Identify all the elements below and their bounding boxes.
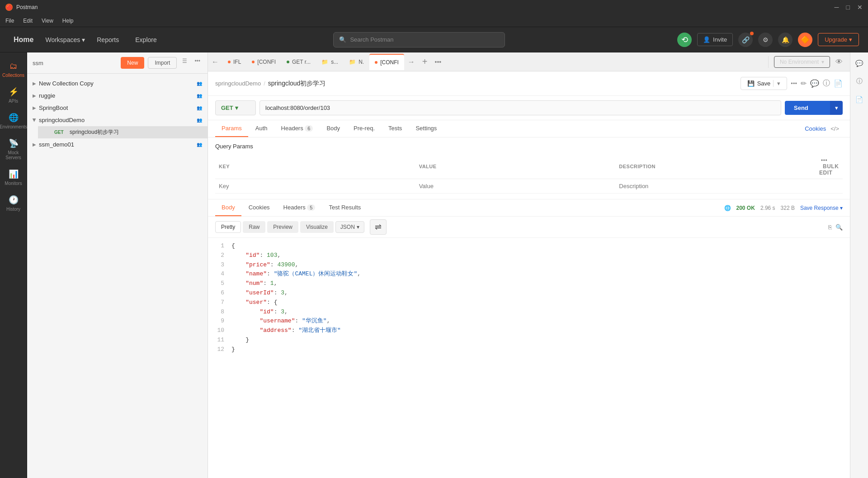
tab-more-btn[interactable]: ••• <box>431 58 445 66</box>
comment-icon[interactable]: 💬 <box>810 79 819 88</box>
save-dropdown-arrow[interactable]: ▾ <box>773 80 780 87</box>
tab-dot <box>287 61 289 63</box>
req-tab-headers[interactable]: Headers 6 <box>275 120 320 137</box>
send-dropdown-button[interactable]: ▾ <box>830 101 843 115</box>
menu-help[interactable]: Help <box>62 18 74 24</box>
edit-icon[interactable]: ✏ <box>801 79 807 88</box>
rs-docs-icon[interactable]: 📄 <box>852 92 867 107</box>
collection-name: springcloudDemo <box>39 117 193 123</box>
wrap-button[interactable]: ⇌ <box>370 219 387 235</box>
tab-folder-n[interactable]: 📁 N. <box>344 54 369 70</box>
tab-confi-active[interactable]: [CONFI <box>369 54 404 70</box>
send-button[interactable]: Send <box>785 101 830 115</box>
response-tab-cookies[interactable]: Cookies <box>242 199 276 216</box>
sync-icon-btn[interactable]: ⟲ <box>677 33 692 47</box>
environments-icon: 🌐 <box>9 113 19 123</box>
format-preview-btn[interactable]: Preview <box>267 221 298 233</box>
sidebar-item-history[interactable]: 🕐 History <box>1 191 26 215</box>
status-code: 200 OK <box>736 205 755 211</box>
format-raw-btn[interactable]: Raw <box>243 221 265 233</box>
req-tab-settings[interactable]: Settings <box>409 120 443 137</box>
nav-reports[interactable]: Reports <box>92 33 123 46</box>
format-type-selector[interactable]: JSON ▾ <box>335 221 364 233</box>
bulk-edit-button[interactable]: Bulk Edit <box>819 161 839 178</box>
sidebar-item-monitors[interactable]: 📊 Monitors <box>1 166 26 189</box>
collection-item-ruggie[interactable]: ▶ ruggie 👥 <box>27 90 208 102</box>
nav-home[interactable]: Home <box>9 33 38 47</box>
add-tab-btn[interactable]: + <box>419 57 431 67</box>
minimize-btn[interactable]: ─ <box>835 4 839 11</box>
response-tab-body[interactable]: Body <box>215 199 241 216</box>
nav-forward-btn[interactable]: → <box>404 58 419 66</box>
nav-workspaces[interactable]: Workspaces ▾ <box>45 36 85 43</box>
method-selector[interactable]: GET ▾ <box>215 100 256 115</box>
sub-item-springcloud[interactable]: GET springcloud初步学习 <box>38 126 208 138</box>
response-tab-test-results[interactable]: Test Results <box>322 199 367 216</box>
tab-get[interactable]: GET r... <box>281 54 316 70</box>
req-tab-prereq[interactable]: Pre-req. <box>347 120 381 137</box>
collection-item-ssm-demo01[interactable]: ▶ ssm_demo01 👥 <box>27 138 208 151</box>
req-tab-params[interactable]: Params <box>215 120 248 137</box>
close-btn[interactable]: ✕ <box>857 4 863 11</box>
nav-explore[interactable]: Explore <box>131 33 161 46</box>
code-snippet-icon[interactable]: </> <box>827 123 843 134</box>
tab-folder-s[interactable]: 📁 s... <box>316 54 344 70</box>
format-pretty-btn[interactable]: Pretty <box>215 221 241 233</box>
url-bar: GET ▾ Send ▾ <box>208 96 850 120</box>
panel-more-icon[interactable]: ••• <box>193 57 202 69</box>
settings-icon-btn[interactable]: ⚙ <box>758 33 773 47</box>
req-tab-body[interactable]: Body <box>320 120 346 137</box>
env-eye-button[interactable]: 👁 <box>834 56 844 68</box>
collection-name: New Collection Copy <box>39 80 193 87</box>
line-number: 10 <box>215 326 224 336</box>
tab-confi-1[interactable]: [CONFI <box>246 54 281 70</box>
sidebar-item-collections[interactable]: 🗂 Collections <box>1 58 26 81</box>
collection-item-springclouddemo[interactable]: ▶ springcloudDemo 👥 <box>27 114 208 126</box>
line-number: 8 <box>215 308 224 317</box>
upgrade-button[interactable]: Upgrade ▾ <box>818 33 859 46</box>
rs-info-icon[interactable]: ⓘ <box>852 74 867 89</box>
info-icon[interactable]: ⓘ <box>823 79 830 88</box>
req-tab-auth[interactable]: Auth <box>249 120 274 137</box>
url-input[interactable] <box>259 100 781 115</box>
docs-icon[interactable]: 📄 <box>834 79 843 88</box>
collection-item-new-collection-copy[interactable]: ▶ New Collection Copy 👥 <box>27 77 208 90</box>
menu-edit[interactable]: Edit <box>23 18 33 24</box>
nav-back-btn[interactable]: ← <box>208 58 222 66</box>
search-bar[interactable]: 🔍 Search Postman <box>333 32 505 47</box>
response-action-icons: ⎘ 🔍 <box>828 224 843 231</box>
save-button[interactable]: 💾 Save ▾ <box>741 77 788 90</box>
import-button[interactable]: Import <box>148 57 177 69</box>
save-response-button[interactable]: Save Response ▾ <box>800 205 843 211</box>
globe-icon: 🌐 <box>724 205 731 211</box>
menu-view[interactable]: View <box>42 18 53 24</box>
copy-icon[interactable]: ⎘ <box>828 224 832 231</box>
window-controls[interactable]: ─ □ ✕ <box>835 4 863 11</box>
cookies-link[interactable]: Cookies <box>805 125 826 132</box>
maximize-btn[interactable]: □ <box>846 4 850 11</box>
panel-filter-icon[interactable]: ☰ <box>180 57 189 69</box>
bell-icon-btn[interactable]: 🔔 <box>778 33 793 47</box>
new-collection-button[interactable]: New <box>121 57 144 69</box>
response-tab-headers[interactable]: Headers 5 <box>277 199 322 216</box>
sidebar-item-mock-servers[interactable]: 📡 Mock Servers <box>1 135 26 164</box>
notification-icon-btn[interactable]: 🔗 <box>738 33 753 47</box>
description-input[interactable] <box>619 183 812 189</box>
req-tab-tests[interactable]: Tests <box>382 120 408 137</box>
environment-selector[interactable]: No Environment ▾ <box>774 56 830 68</box>
menu-file[interactable]: File <box>5 18 14 24</box>
rs-chat-icon[interactable]: 💬 <box>852 56 867 71</box>
code-line-9: 9 "username": "华沉鱼", <box>208 317 850 326</box>
value-input[interactable] <box>419 183 612 189</box>
workspace-badge: 👥 <box>197 105 202 110</box>
request-more-icon[interactable]: ••• <box>791 80 797 87</box>
invite-button[interactable]: 👤 Invite <box>697 33 733 46</box>
format-visualize-btn[interactable]: Visualize <box>300 221 334 233</box>
search-response-icon[interactable]: 🔍 <box>835 224 843 231</box>
key-input[interactable] <box>219 183 412 189</box>
tab-ifl[interactable]: IFL <box>222 54 246 70</box>
sidebar-item-environments[interactable]: 🌐 Environments <box>1 109 26 133</box>
sidebar-item-apis[interactable]: ⚡ APIs <box>1 83 26 107</box>
avatar-icon-btn[interactable]: 🔶 <box>798 33 812 47</box>
collection-item-springboot[interactable]: ▶ SpringBoot 👥 <box>27 102 208 114</box>
